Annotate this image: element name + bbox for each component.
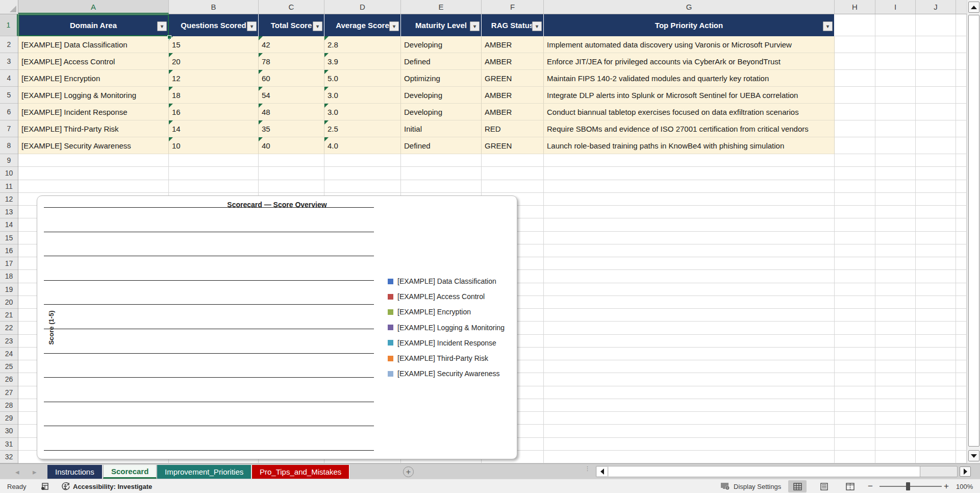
worksheet-grid[interactable]: Domain Area▾Questions Scored▾Total Score… — [18, 14, 967, 463]
table-cell[interactable]: GREEN — [482, 70, 544, 87]
legend-item[interactable]: [EXAMPLE] Access Control — [388, 292, 485, 301]
filter-dropdown-button[interactable]: ▾ — [247, 21, 257, 31]
row-header-21[interactable]: 21 — [0, 309, 18, 322]
filter-dropdown-button[interactable]: ▾ — [389, 21, 399, 31]
row-header-13[interactable]: 13 — [0, 206, 18, 218]
row-header-14[interactable]: 14 — [0, 218, 18, 231]
filter-dropdown-button[interactable]: ▾ — [532, 21, 542, 31]
zoom-out-button[interactable]: − — [868, 479, 873, 493]
tab-scroll-right-icon[interactable]: ▸ — [33, 467, 37, 477]
table-cell[interactable]: Initial — [401, 120, 482, 137]
active-cell-selection[interactable] — [18, 14, 169, 36]
row-header-11[interactable]: 11 — [0, 180, 18, 193]
table-cell[interactable]: AMBER — [482, 53, 544, 70]
table-cell[interactable]: [EXAMPLE] Data Classification — [18, 36, 169, 53]
row-header-30[interactable]: 30 — [0, 425, 18, 437]
table-cell[interactable]: [EXAMPLE] Access Control — [18, 53, 169, 70]
accessibility-icon[interactable] — [61, 479, 70, 493]
sheet-tab-pro_tips_and_mistakes[interactable]: Pro_Tips_and_Mistakes — [252, 465, 349, 479]
table-cell[interactable]: [EXAMPLE] Security Awareness — [18, 137, 169, 154]
page-layout-view-button[interactable] — [815, 480, 833, 492]
table-cell[interactable]: Integrate DLP alerts into Splunk or Micr… — [544, 87, 835, 104]
table-cell[interactable]: 3.0 — [324, 87, 401, 104]
table-cell[interactable]: RED — [482, 120, 544, 137]
table-cell[interactable]: AMBER — [482, 36, 544, 53]
table-cell[interactable]: Optimizing — [401, 70, 482, 87]
horizontal-scrollbar[interactable] — [596, 466, 958, 477]
table-cell[interactable]: 78 — [259, 53, 324, 70]
scroll-down-button[interactable] — [968, 450, 979, 461]
sheet-tab-instructions[interactable]: Instructions — [47, 465, 103, 479]
row-header-32[interactable]: 32 — [0, 451, 18, 463]
row-header-22[interactable]: 22 — [0, 322, 18, 334]
table-cell[interactable]: Maintain FIPS 140-2 validated modules an… — [544, 70, 835, 87]
legend-item[interactable]: [EXAMPLE] Encryption — [388, 308, 471, 316]
row-header-7[interactable]: 7 — [0, 120, 18, 137]
row-header-9[interactable]: 9 — [0, 154, 18, 167]
table-cell[interactable]: 2.8 — [324, 36, 401, 53]
macro-record-icon[interactable] — [41, 479, 49, 493]
table-cell[interactable]: 10 — [169, 137, 259, 154]
row-header-18[interactable]: 18 — [0, 270, 18, 283]
zoom-slider-thumb[interactable] — [906, 482, 910, 490]
table-cell[interactable]: 14 — [169, 120, 259, 137]
sheet-tab-improvement_priorities[interactable]: Improvement_Priorities — [157, 465, 252, 479]
row-header-5[interactable]: 5 — [0, 87, 18, 104]
row-header-12[interactable]: 12 — [0, 193, 18, 206]
table-cell[interactable]: 12 — [169, 70, 259, 87]
table-cell[interactable]: Developing — [401, 87, 482, 104]
table-cell[interactable]: 2.5 — [324, 120, 401, 137]
table-cell[interactable]: 60 — [259, 70, 324, 87]
column-header-C[interactable]: C — [259, 0, 324, 14]
row-header-6[interactable]: 6 — [0, 104, 18, 120]
table-cell[interactable]: 3.9 — [324, 53, 401, 70]
table-cell[interactable]: [EXAMPLE] Third-Party Risk — [18, 120, 169, 137]
table-cell[interactable]: Developing — [401, 104, 482, 120]
row-header-25[interactable]: 25 — [0, 360, 18, 373]
page-break-preview-button[interactable] — [841, 480, 859, 492]
vertical-scrollbar-thumb[interactable] — [968, 15, 979, 447]
table-cell[interactable]: 4.0 — [324, 137, 401, 154]
column-header-G[interactable]: G — [544, 0, 835, 14]
row-header-2[interactable]: 2 — [0, 36, 18, 53]
column-header-D[interactable]: D — [324, 0, 401, 14]
row-header-24[interactable]: 24 — [0, 348, 18, 360]
row-header-27[interactable]: 27 — [0, 386, 18, 399]
vertical-scrollbar[interactable] — [967, 0, 980, 463]
table-cell[interactable]: [EXAMPLE] Encryption — [18, 70, 169, 87]
row-header-15[interactable]: 15 — [0, 232, 18, 244]
table-cell[interactable]: AMBER — [482, 104, 544, 120]
row-header-1[interactable]: 1 — [0, 14, 18, 36]
legend-item[interactable]: [EXAMPLE] Third-Party Risk — [388, 354, 488, 362]
new-sheet-button[interactable]: + — [403, 466, 414, 477]
table-cell[interactable]: [EXAMPLE] Logging & Monitoring — [18, 87, 169, 104]
column-header-J[interactable]: J — [916, 0, 956, 14]
table-cell[interactable]: 42 — [259, 36, 324, 53]
row-header-10[interactable]: 10 — [0, 167, 18, 180]
table-cell[interactable]: [EXAMPLE] Incident Response — [18, 104, 169, 120]
table-cell[interactable]: GREEN — [482, 137, 544, 154]
legend-item[interactable]: [EXAMPLE] Logging & Monitoring — [388, 324, 505, 332]
table-cell[interactable]: 16 — [169, 104, 259, 120]
table-cell[interactable]: Developing — [401, 36, 482, 53]
select-all-button[interactable] — [0, 0, 18, 14]
table-cell[interactable]: 15 — [169, 36, 259, 53]
zoom-slider-track[interactable] — [880, 486, 942, 487]
tab-splitter-handle[interactable]: ⋮ — [585, 467, 590, 470]
display-settings-button[interactable]: Display Settings — [720, 479, 781, 493]
scroll-left-button[interactable] — [597, 467, 608, 476]
table-cell[interactable]: 48 — [259, 104, 324, 120]
table-cell[interactable]: 18 — [169, 87, 259, 104]
scroll-up-button[interactable] — [968, 2, 979, 13]
scroll-right-button[interactable] — [960, 466, 971, 477]
table-cell[interactable]: AMBER — [482, 87, 544, 104]
row-header-29[interactable]: 29 — [0, 412, 18, 425]
filter-dropdown-button[interactable]: ▾ — [470, 21, 480, 31]
table-cell[interactable]: 54 — [259, 87, 324, 104]
score-overview-chart[interactable]: Scorecard — Score Overview Score (1-5) [… — [37, 195, 517, 459]
table-cell[interactable]: Conduct biannual tabletop exercises focu… — [544, 104, 835, 120]
table-cell[interactable]: 40 — [259, 137, 324, 154]
zoom-in-button[interactable]: + — [944, 479, 949, 493]
row-header-26[interactable]: 26 — [0, 373, 18, 386]
table-cell[interactable]: 5.0 — [324, 70, 401, 87]
